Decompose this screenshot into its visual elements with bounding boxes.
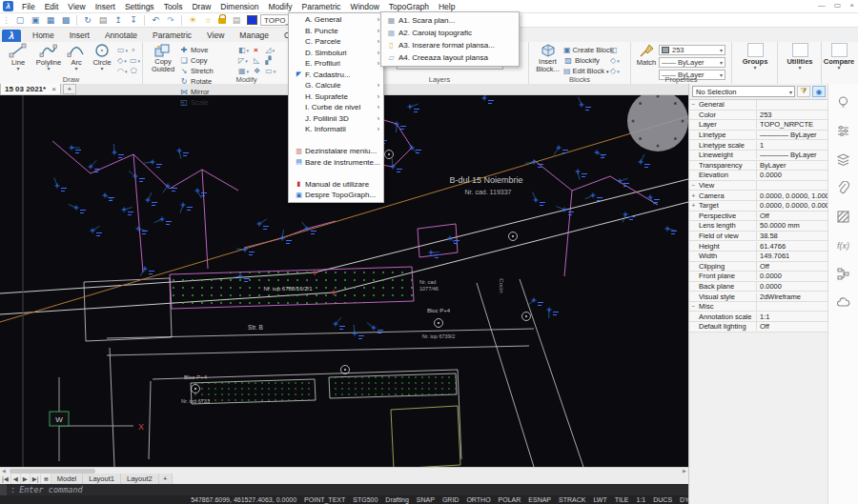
bricscad-logo-icon[interactable]: λ	[2, 30, 21, 42]
fields-fx-icon[interactable]: f(x)	[836, 238, 850, 252]
menu-item[interactable]: I. Curbe de nivel ›	[290, 102, 382, 113]
menu-item[interactable]: G. Calcule ›	[290, 80, 382, 91]
menu-item[interactable]: ◤ F. Cadastru...	[290, 70, 382, 81]
expand-toggle[interactable]: +	[689, 202, 698, 209]
property-value[interactable]: 253	[757, 111, 827, 119]
save-all-icon[interactable]: ▩	[59, 14, 72, 26]
status-item[interactable]: DUCS	[651, 496, 674, 503]
property-value[interactable]: 1:1	[757, 312, 827, 321]
status-item[interactable]: POINT_TEXT	[302, 496, 347, 503]
menu-item[interactable]: ▤ Bare de instrumente...	[290, 157, 382, 169]
property-value[interactable]: 50.0000 mm	[757, 221, 827, 230]
submenu-item[interactable]: ▯ A3. Inserare format plansa...	[382, 39, 518, 51]
property-value[interactable]: TOPO_NRPCTE	[757, 120, 827, 129]
menubar-item[interactable]: Draw	[187, 1, 215, 12]
polyline-button[interactable]: Polyline▾	[33, 42, 64, 76]
status-item[interactable]: STRACK	[557, 496, 587, 503]
download-icon[interactable]: ↧	[127, 14, 140, 26]
toolbar-grip[interactable]: ⋮	[2, 15, 10, 25]
property-value[interactable]: 61.4766	[757, 242, 827, 251]
sheet-tab[interactable]: Layout2	[121, 474, 159, 484]
hatch-grid-icon[interactable]	[836, 210, 850, 224]
structure-icon[interactable]	[836, 267, 850, 281]
filter-icon[interactable]: ⧩	[797, 86, 810, 97]
menubar-item[interactable]: Settings	[120, 1, 159, 12]
menubar-item[interactable]: Help	[434, 1, 460, 12]
property-value[interactable]: Off	[757, 212, 827, 220]
sheet-nav-icon[interactable]: ▶	[21, 474, 31, 484]
layer-plot-icon[interactable]: ▤	[230, 14, 243, 26]
sheet-nav-icon[interactable]: |◀	[0, 474, 11, 484]
status-item[interactable]: SNAP	[415, 496, 437, 503]
new-file-icon[interactable]: ▢	[13, 14, 27, 26]
restore-button[interactable]: ▭	[834, 1, 842, 10]
color-dropdown[interactable]: 253▾	[659, 45, 725, 55]
print-icon[interactable]: ▤	[96, 14, 110, 26]
status-item[interactable]: POLAR	[497, 496, 523, 503]
menubar-item[interactable]: View	[63, 1, 90, 12]
property-value[interactable]: Off	[757, 262, 827, 271]
menu-item[interactable]: C. Parcele ›	[290, 36, 382, 48]
command-line-grip[interactable]	[0, 484, 7, 495]
insert-block-button[interactable]: Insert Block...	[532, 42, 563, 76]
status-item[interactable]: 547867.6099, 461527.4063, 0.0000	[189, 496, 298, 503]
sheet-nav-icon[interactable]: ▶|	[31, 474, 42, 484]
light-icon[interactable]	[836, 95, 850, 110]
block-tool-button[interactable]: ▣Create Block	[563, 45, 607, 55]
menu-item[interactable]: K. Informatii ›	[290, 124, 382, 135]
ribbon-tab[interactable]: Insert	[62, 30, 97, 42]
expand-toggle[interactable]: −	[689, 182, 698, 189]
ribbon-tab[interactable]: Manage	[232, 30, 276, 42]
color-swatch[interactable]	[247, 15, 257, 25]
layer-on-icon[interactable]: ☀	[186, 14, 199, 26]
redo-icon[interactable]: ↷	[164, 14, 177, 26]
add-layout-button[interactable]: +	[159, 474, 173, 484]
ribbon-tab[interactable]: Home	[25, 30, 62, 42]
ribbon-tab[interactable]: Parametric	[145, 30, 199, 42]
menu-item[interactable]: ▣ Despre TopoGraph...	[290, 190, 382, 201]
menu-item[interactable]: B. Puncte ›	[290, 26, 382, 37]
layer-freeze-icon[interactable]: ☼	[201, 14, 214, 26]
menu-item[interactable]: J. Polilinii 3D ›	[290, 113, 382, 125]
save-icon[interactable]: ▦	[44, 14, 57, 26]
upload-icon[interactable]: ↥	[112, 14, 125, 26]
status-item[interactable]: GRID	[440, 496, 461, 503]
menu-item[interactable]: ▥ Dezinstalare meniu...	[290, 146, 382, 157]
property-value[interactable]: 2dWireframe	[757, 292, 827, 301]
draw-extra-icons[interactable]: ▭▾ ∘ ◇▾ ▭▾ ◠▾ ⬠	[117, 42, 140, 76]
status-item[interactable]: TILE	[613, 496, 631, 503]
property-value[interactable]: Off	[757, 322, 827, 331]
status-item[interactable]: LWT	[591, 496, 608, 503]
expand-toggle[interactable]: −	[689, 303, 698, 310]
block-extra-icons[interactable]: ◫ ◇▾ ◇▾	[610, 42, 620, 76]
status-item[interactable]: Drafting	[383, 496, 411, 503]
menubar-item[interactable]: Edit	[40, 1, 64, 12]
settings-sliders-icon[interactable]	[836, 124, 850, 138]
minimize-button[interactable]: —	[818, 1, 826, 10]
submenu-item[interactable]: ▦ A1. Scara plan...	[382, 14, 518, 27]
close-button[interactable]: ×	[849, 1, 854, 10]
status-item[interactable]: ESNAP	[526, 496, 553, 503]
property-value[interactable]: ———— ByLayer	[757, 131, 827, 139]
property-value[interactable]: ———— ByLayer	[757, 151, 827, 159]
property-value[interactable]: 0.0000, 0.0000, 1.0000	[757, 192, 827, 200]
linetype-dropdown[interactable]: —— ByLayer▾	[659, 57, 725, 68]
menu-item[interactable]: ▮ Manual de utilizare	[290, 179, 382, 191]
menubar-item[interactable]: Window	[346, 1, 384, 12]
menubar-item[interactable]: Parametric	[297, 1, 346, 12]
utilities-button[interactable]: Utilities▾	[785, 42, 815, 70]
property-value[interactable]: 149.7061	[757, 252, 827, 260]
layers-icon[interactable]	[836, 152, 850, 167]
status-item[interactable]: STG500	[351, 496, 379, 503]
menu-item[interactable]	[290, 135, 382, 147]
menu-item[interactable]: E. Profiluri ›	[290, 58, 382, 70]
menubar-item[interactable]: File	[17, 1, 40, 12]
property-value[interactable]: 0.0000	[757, 171, 827, 179]
property-value[interactable]: 0.0000	[757, 282, 827, 291]
menubar-item[interactable]: Modify	[263, 1, 296, 12]
property-value[interactable]: 1	[757, 141, 827, 150]
menu-item[interactable]: H. Suprafete ›	[290, 91, 382, 103]
scrollbar-thumb[interactable]	[10, 469, 95, 474]
status-item[interactable]: 1:1	[635, 496, 648, 503]
modify-button[interactable]: ❏Copy	[179, 55, 235, 66]
